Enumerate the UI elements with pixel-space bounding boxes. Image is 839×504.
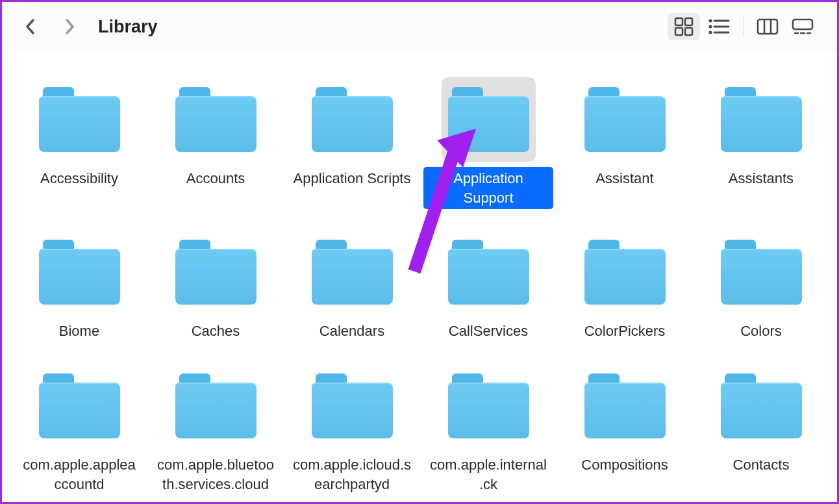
folder-icon [39, 373, 120, 438]
folder-icon-wrap [32, 77, 127, 162]
folder-icon-wrap [714, 364, 808, 448]
folder-label: com.apple.appleaccountd [14, 453, 144, 496]
folder-icon [721, 87, 802, 152]
folder-icon [448, 240, 529, 305]
folder-icon [721, 240, 802, 305]
folder-label: Compositions [576, 453, 673, 477]
view-controls [668, 13, 819, 40]
folder-icon [39, 240, 120, 305]
folder-item[interactable]: Compositions [557, 364, 693, 496]
folder-icon [312, 87, 393, 152]
folder-label: Accounts [181, 167, 251, 190]
folder-item[interactable]: Assistants [693, 77, 829, 209]
file-browser-content[interactable]: AccessibilityAccountsApplication Scripts… [2, 51, 837, 502]
folder-icon [584, 87, 666, 152]
folder-item[interactable]: Application Support [420, 77, 557, 209]
list-icon [708, 18, 730, 36]
folder-label: com.apple.bluetooth.services.cloud [151, 453, 281, 496]
folder-icon [39, 87, 120, 152]
folder-icon [584, 373, 666, 438]
folder-icon-wrap [169, 77, 263, 162]
grid-icon [674, 17, 694, 36]
folder-item[interactable]: ColorPickers [557, 230, 693, 343]
folder-icon-wrap [32, 230, 127, 314]
folder-item[interactable]: Accessibility [11, 77, 147, 209]
folder-icon [448, 373, 529, 438]
folder-icon [175, 240, 257, 305]
folder-label: Biome [54, 320, 105, 343]
view-divider [743, 18, 744, 36]
folder-icon-wrap [305, 364, 399, 448]
folder-item[interactable]: Accounts [147, 77, 284, 209]
folder-label: Colors [735, 320, 787, 343]
icon-view-button[interactable] [668, 13, 700, 40]
folder-icon-wrap [578, 364, 672, 448]
columns-icon [757, 18, 779, 35]
folder-item[interactable]: com.apple.appleaccountd [11, 364, 147, 496]
folder-label: Calendars [314, 320, 390, 343]
gallery-view-button[interactable] [786, 13, 819, 40]
folder-label: com.apple.icloud.searchpartyd [287, 453, 417, 496]
folder-icon-wrap [442, 364, 536, 448]
folder-icon-wrap [32, 364, 127, 448]
folder-icon-wrap [169, 364, 263, 448]
list-view-button[interactable] [703, 13, 735, 40]
folder-label: Assistant [590, 167, 658, 190]
folder-item[interactable]: com.apple.icloud.searchpartyd [284, 364, 420, 496]
folder-icon [312, 373, 393, 438]
folder-icon-wrap [578, 230, 672, 314]
svg-rect-0 [675, 18, 682, 25]
folder-icon-wrap [442, 77, 536, 162]
folder-item[interactable]: Caches [147, 230, 284, 343]
folder-icon-wrap [578, 77, 672, 162]
folder-label: Application Scripts [288, 167, 416, 190]
folder-label: Assistants [723, 167, 799, 190]
svg-rect-13 [793, 19, 812, 29]
folder-item[interactable]: com.apple.internal.ck [420, 364, 557, 496]
folder-label: CallServices [444, 320, 533, 343]
folder-item[interactable]: Calendars [284, 230, 420, 343]
folder-label: Accessibility [35, 167, 123, 190]
chevron-right-icon [64, 18, 75, 36]
svg-rect-10 [758, 19, 777, 34]
folder-icon-wrap [169, 230, 263, 314]
folder-icon [584, 240, 666, 305]
folder-label: com.apple.internal.ck [423, 453, 553, 496]
folder-icon-wrap [305, 77, 399, 162]
folder-icon [448, 87, 529, 152]
folder-item[interactable]: Application Scripts [284, 77, 420, 209]
svg-rect-1 [685, 18, 692, 25]
folder-icon-wrap [714, 77, 808, 162]
folder-label: ColorPickers [579, 320, 671, 343]
svg-point-6 [709, 25, 712, 29]
svg-rect-3 [685, 28, 692, 35]
toolbar: Library [2, 2, 837, 51]
window-title: Library [98, 17, 158, 37]
forward-button[interactable] [59, 16, 80, 37]
folder-grid: AccessibilityAccountsApplication Scripts… [8, 77, 831, 496]
back-button[interactable] [20, 16, 41, 37]
folder-item[interactable]: Contacts [693, 364, 829, 496]
column-view-button[interactable] [751, 13, 784, 40]
folder-icon-wrap [442, 230, 536, 314]
folder-item[interactable]: Assistant [557, 77, 693, 209]
folder-icon [312, 240, 393, 305]
svg-point-8 [709, 31, 712, 34]
folder-icon [175, 87, 257, 152]
folder-item[interactable]: Biome [11, 230, 147, 343]
folder-label: Caches [186, 320, 245, 343]
folder-icon [175, 373, 257, 438]
svg-rect-2 [675, 28, 682, 35]
folder-label: Contacts [728, 453, 795, 477]
folder-icon-wrap [305, 230, 399, 314]
chevron-left-icon [25, 18, 36, 36]
folder-item[interactable]: com.apple.bluetooth.services.cloud [147, 364, 284, 496]
svg-point-4 [709, 19, 712, 23]
folder-label: Application Support [423, 167, 553, 209]
folder-item[interactable]: CallServices [420, 230, 557, 343]
folder-icon-wrap [714, 230, 808, 314]
gallery-icon [792, 18, 814, 35]
folder-item[interactable]: Colors [693, 230, 829, 343]
folder-icon [721, 373, 802, 438]
